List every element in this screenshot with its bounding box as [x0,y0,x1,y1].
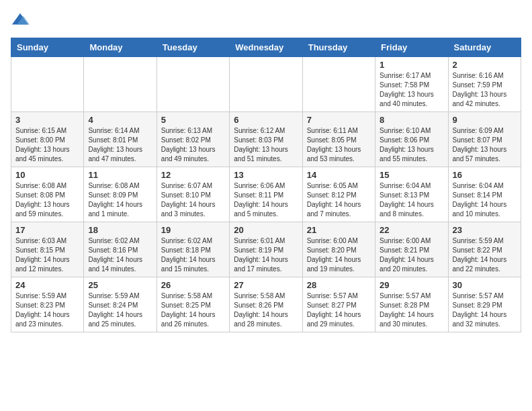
day-info: Sunrise: 6:02 AMSunset: 8:18 PMDaylight:… [161,236,225,274]
day-info: Sunrise: 5:59 AMSunset: 8:24 PMDaylight:… [88,291,152,329]
calendar-cell: 27Sunrise: 5:58 AMSunset: 8:26 PMDayligh… [230,277,302,332]
calendar-cell: 3Sunrise: 6:15 AMSunset: 8:00 PMDaylight… [11,112,84,167]
day-info: Sunrise: 5:58 AMSunset: 8:26 PMDaylight:… [234,291,298,329]
calendar-cell: 8Sunrise: 6:10 AMSunset: 8:06 PMDaylight… [375,112,448,167]
day-number: 4 [88,115,152,125]
calendar-cell [11,57,84,112]
day-number: 10 [15,170,79,180]
calendar-cell: 28Sunrise: 5:57 AMSunset: 8:27 PMDayligh… [302,277,375,332]
day-number: 11 [88,170,152,180]
weekday-header: Wednesday [230,38,302,57]
calendar-cell: 24Sunrise: 5:59 AMSunset: 8:23 PMDayligh… [11,277,84,332]
day-number: 1 [380,60,443,70]
day-info: Sunrise: 6:08 AMSunset: 8:09 PMDaylight:… [88,181,152,219]
day-info: Sunrise: 6:02 AMSunset: 8:16 PMDaylight:… [88,236,152,274]
calendar-cell: 23Sunrise: 5:59 AMSunset: 8:22 PMDayligh… [448,222,521,277]
calendar-cell: 29Sunrise: 5:57 AMSunset: 8:28 PMDayligh… [375,277,448,332]
day-number: 3 [15,115,79,125]
calendar-cell: 13Sunrise: 6:06 AMSunset: 8:11 PMDayligh… [230,167,302,222]
calendar-cell: 30Sunrise: 5:57 AMSunset: 8:29 PMDayligh… [448,277,521,332]
calendar-cell: 6Sunrise: 6:12 AMSunset: 8:03 PMDaylight… [230,112,302,167]
calendar-week-row: 17Sunrise: 6:03 AMSunset: 8:15 PMDayligh… [11,222,521,277]
weekday-header: Saturday [448,38,521,57]
logo [11,11,32,30]
day-number: 2 [453,60,517,70]
calendar-cell: 1Sunrise: 6:17 AMSunset: 7:58 PMDaylight… [375,57,448,112]
calendar-table: SundayMondayTuesdayWednesdayThursdayFrid… [11,38,521,332]
day-info: Sunrise: 5:58 AMSunset: 8:25 PMDaylight:… [161,291,225,329]
day-number: 5 [161,115,225,125]
calendar-cell: 9Sunrise: 6:09 AMSunset: 8:07 PMDaylight… [448,112,521,167]
day-info: Sunrise: 6:08 AMSunset: 8:08 PMDaylight:… [15,181,79,219]
day-number: 12 [161,170,225,180]
calendar-cell: 14Sunrise: 6:05 AMSunset: 8:12 PMDayligh… [302,167,375,222]
day-info: Sunrise: 5:57 AMSunset: 8:27 PMDaylight:… [307,291,371,329]
day-number: 28 [307,280,371,290]
day-number: 23 [453,225,517,235]
day-info: Sunrise: 6:00 AMSunset: 8:20 PMDaylight:… [307,236,371,274]
weekday-header: Tuesday [157,38,229,57]
day-number: 9 [453,115,517,125]
day-info: Sunrise: 6:10 AMSunset: 8:06 PMDaylight:… [380,126,443,164]
calendar-week-row: 3Sunrise: 6:15 AMSunset: 8:00 PMDaylight… [11,112,521,167]
day-number: 17 [15,225,79,235]
day-number: 20 [234,225,298,235]
calendar-cell: 26Sunrise: 5:58 AMSunset: 8:25 PMDayligh… [157,277,229,332]
day-info: Sunrise: 6:11 AMSunset: 8:05 PMDaylight:… [307,126,371,164]
weekday-header: Monday [84,38,157,57]
calendar-cell [84,57,157,112]
day-number: 16 [453,170,517,180]
day-info: Sunrise: 5:59 AMSunset: 8:23 PMDaylight:… [15,291,79,329]
weekday-header: Friday [375,38,448,57]
calendar-cell: 10Sunrise: 6:08 AMSunset: 8:08 PMDayligh… [11,167,84,222]
day-info: Sunrise: 6:00 AMSunset: 8:21 PMDaylight:… [380,236,443,274]
day-info: Sunrise: 6:07 AMSunset: 8:10 PMDaylight:… [161,181,225,219]
weekday-header: Thursday [302,38,375,57]
calendar-cell: 4Sunrise: 6:14 AMSunset: 8:01 PMDaylight… [84,112,157,167]
day-info: Sunrise: 6:06 AMSunset: 8:11 PMDaylight:… [234,181,298,219]
day-info: Sunrise: 6:05 AMSunset: 8:12 PMDaylight:… [307,181,371,219]
day-number: 18 [88,225,152,235]
day-number: 19 [161,225,225,235]
day-number: 26 [161,280,225,290]
day-number: 24 [15,280,79,290]
calendar-week-row: 1Sunrise: 6:17 AMSunset: 7:58 PMDaylight… [11,57,521,112]
calendar-cell: 25Sunrise: 5:59 AMSunset: 8:24 PMDayligh… [84,277,157,332]
day-info: Sunrise: 6:04 AMSunset: 8:14 PMDaylight:… [453,181,517,219]
day-info: Sunrise: 6:17 AMSunset: 7:58 PMDaylight:… [380,71,443,109]
calendar-week-row: 10Sunrise: 6:08 AMSunset: 8:08 PMDayligh… [11,167,521,222]
logo-icon [11,11,30,30]
day-info: Sunrise: 5:57 AMSunset: 8:28 PMDaylight:… [380,291,443,329]
calendar-cell: 11Sunrise: 6:08 AMSunset: 8:09 PMDayligh… [84,167,157,222]
day-info: Sunrise: 6:09 AMSunset: 8:07 PMDaylight:… [453,126,517,164]
calendar-cell: 16Sunrise: 6:04 AMSunset: 8:14 PMDayligh… [448,167,521,222]
day-number: 7 [307,115,371,125]
day-info: Sunrise: 6:12 AMSunset: 8:03 PMDaylight:… [234,126,298,164]
calendar-cell: 2Sunrise: 6:16 AMSunset: 7:59 PMDaylight… [448,57,521,112]
day-number: 8 [380,115,443,125]
day-number: 13 [234,170,298,180]
day-number: 6 [234,115,298,125]
calendar-header-row: SundayMondayTuesdayWednesdayThursdayFrid… [11,38,521,57]
weekday-header: Sunday [11,38,84,57]
page-header [11,11,521,30]
calendar-cell: 7Sunrise: 6:11 AMSunset: 8:05 PMDaylight… [302,112,375,167]
day-info: Sunrise: 6:16 AMSunset: 7:59 PMDaylight:… [453,71,517,109]
calendar-cell [302,57,375,112]
calendar-cell: 15Sunrise: 6:04 AMSunset: 8:13 PMDayligh… [375,167,448,222]
calendar-cell [157,57,229,112]
day-info: Sunrise: 5:59 AMSunset: 8:22 PMDaylight:… [453,236,517,274]
day-number: 25 [88,280,152,290]
calendar-cell: 5Sunrise: 6:13 AMSunset: 8:02 PMDaylight… [157,112,229,167]
day-number: 30 [453,280,517,290]
day-number: 21 [307,225,371,235]
calendar-cell: 18Sunrise: 6:02 AMSunset: 8:16 PMDayligh… [84,222,157,277]
calendar-cell: 19Sunrise: 6:02 AMSunset: 8:18 PMDayligh… [157,222,229,277]
calendar-cell [230,57,302,112]
day-number: 27 [234,280,298,290]
day-number: 29 [380,280,443,290]
calendar-week-row: 24Sunrise: 5:59 AMSunset: 8:23 PMDayligh… [11,277,521,332]
day-info: Sunrise: 6:04 AMSunset: 8:13 PMDaylight:… [380,181,443,219]
day-info: Sunrise: 6:14 AMSunset: 8:01 PMDaylight:… [88,126,152,164]
day-info: Sunrise: 6:15 AMSunset: 8:00 PMDaylight:… [15,126,79,164]
